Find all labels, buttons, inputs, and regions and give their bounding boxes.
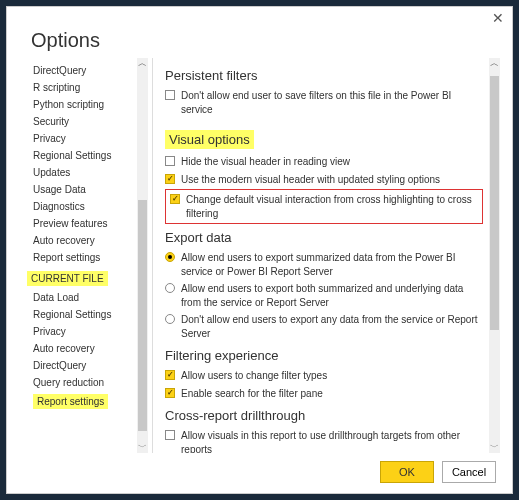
opt-label: Use the modern visual header with update…	[181, 173, 483, 187]
scrollbar-track[interactable]	[137, 69, 148, 442]
checkbox-checked-icon[interactable]: ✓	[165, 174, 175, 184]
radio-selected-icon[interactable]	[165, 252, 175, 262]
chevron-down-icon[interactable]: ﹀	[137, 442, 148, 453]
sidebar-item-data-load[interactable]: Data Load	[31, 289, 137, 306]
opt-change-filter-types[interactable]: ✓ Allow users to change filter types	[165, 367, 483, 385]
sidebar-item-auto-recovery-cf[interactable]: Auto recovery	[31, 340, 137, 357]
opt-cross-filtering[interactable]: ✓ Change default visual interaction from…	[165, 189, 483, 224]
opt-label: Don't allow end users to export any data…	[181, 313, 483, 340]
opt-label: Allow end users to export both summarize…	[181, 282, 483, 309]
options-dialog: ✕ Options DirectQuery R scripting Python…	[6, 6, 513, 494]
sidebar-item-privacy-cf[interactable]: Privacy	[31, 323, 137, 340]
sidebar-item-security[interactable]: Security	[31, 113, 137, 130]
sidebar-item-directquery[interactable]: DirectQuery	[31, 62, 137, 79]
sidebar-item-regional-settings[interactable]: Regional Settings	[31, 147, 137, 164]
current-file-highlight: CURRENT FILE	[27, 271, 108, 286]
sidebar-item-report-settings-global[interactable]: Report settings	[31, 249, 137, 266]
sidebar-item-preview-features[interactable]: Preview features	[31, 215, 137, 232]
section-persistent-filters: Persistent filters	[165, 68, 483, 83]
close-icon[interactable]: ✕	[492, 11, 504, 25]
opt-hide-visual-header[interactable]: Hide the visual header in reading view	[165, 153, 483, 171]
sidebar-scrollbar[interactable]: ︿ ﹀	[137, 58, 148, 453]
sidebar-item-regional-settings-cf[interactable]: Regional Settings	[31, 306, 137, 323]
main-panel: Persistent filters Don't allow end user …	[157, 58, 489, 453]
sidebar-item-python-scripting[interactable]: Python scripting	[31, 96, 137, 113]
dialog-footer: OK Cancel	[7, 453, 512, 493]
sidebar-wrap: DirectQuery R scripting Python scripting…	[19, 58, 137, 453]
checkbox-checked-icon[interactable]: ✓	[165, 370, 175, 380]
scrollbar-track[interactable]	[489, 69, 500, 442]
main-scrollbar[interactable]: ︿ ﹀	[489, 58, 500, 453]
checkbox-icon[interactable]	[165, 156, 175, 166]
sidebar-item-auto-recovery[interactable]: Auto recovery	[31, 232, 137, 249]
checkbox-checked-icon[interactable]: ✓	[170, 194, 180, 204]
opt-export-both[interactable]: Allow end users to export both summarize…	[165, 280, 483, 311]
opt-label: Allow end users to export summarized dat…	[181, 251, 483, 278]
checkbox-checked-icon[interactable]: ✓	[165, 388, 175, 398]
sidebar-item-updates[interactable]: Updates	[31, 164, 137, 181]
scrollbar-thumb[interactable]	[138, 200, 147, 431]
opt-label: Enable search for the filter pane	[181, 387, 483, 401]
checkbox-icon[interactable]	[165, 90, 175, 100]
section-export-data: Export data	[165, 230, 483, 245]
opt-allow-drillthrough[interactable]: Allow visuals in this report to use dril…	[165, 427, 483, 453]
sidebar-item-directquery-cf[interactable]: DirectQuery	[31, 357, 137, 374]
opt-persistent-dont-allow[interactable]: Don't allow end user to save filters on …	[165, 87, 483, 118]
opt-label: Don't allow end user to save filters on …	[181, 89, 483, 116]
titlebar: ✕	[7, 7, 512, 29]
dialog-title: Options	[7, 29, 512, 58]
checkbox-icon[interactable]	[165, 430, 175, 440]
sidebar-item-diagnostics[interactable]: Diagnostics	[31, 198, 137, 215]
sidebar-item-usage-data[interactable]: Usage Data	[31, 181, 137, 198]
section-visual-options: Visual options	[165, 130, 254, 149]
sidebar-header-current-file: CURRENT FILE	[27, 266, 137, 289]
radio-icon[interactable]	[165, 314, 175, 324]
sidebar-item-r-scripting[interactable]: R scripting	[31, 79, 137, 96]
opt-export-summarized[interactable]: Allow end users to export summarized dat…	[165, 249, 483, 280]
section-filtering-experience: Filtering experience	[165, 348, 483, 363]
section-cross-report: Cross-report drillthrough	[165, 408, 483, 423]
cancel-button[interactable]: Cancel	[442, 461, 496, 483]
chevron-down-icon[interactable]: ﹀	[489, 442, 500, 453]
scrollbar-thumb[interactable]	[490, 76, 499, 330]
chevron-up-icon[interactable]: ︿	[137, 58, 148, 69]
opt-label: Hide the visual header in reading view	[181, 155, 483, 169]
opt-label: Allow users to change filter types	[181, 369, 483, 383]
sidebar-item-query-reduction[interactable]: Query reduction	[31, 374, 137, 391]
sidebar-item-privacy[interactable]: Privacy	[31, 130, 137, 147]
opt-export-none[interactable]: Don't allow end users to export any data…	[165, 311, 483, 342]
chevron-up-icon[interactable]: ︿	[489, 58, 500, 69]
opt-label: Allow visuals in this report to use dril…	[181, 429, 483, 453]
vertical-divider	[152, 58, 153, 453]
opt-modern-header[interactable]: ✓ Use the modern visual header with upda…	[165, 171, 483, 189]
sidebar-item-report-settings-cf[interactable]: Report settings	[31, 391, 110, 412]
ok-button[interactable]: OK	[380, 461, 434, 483]
opt-label: Change default visual interaction from c…	[186, 193, 478, 220]
opt-enable-search-filter-pane[interactable]: ✓ Enable search for the filter pane	[165, 385, 483, 403]
radio-icon[interactable]	[165, 283, 175, 293]
dialog-content: DirectQuery R scripting Python scripting…	[7, 58, 512, 453]
main-wrap: Persistent filters Don't allow end user …	[157, 58, 500, 453]
report-settings-highlight: Report settings	[33, 394, 108, 409]
sidebar: DirectQuery R scripting Python scripting…	[19, 58, 137, 453]
